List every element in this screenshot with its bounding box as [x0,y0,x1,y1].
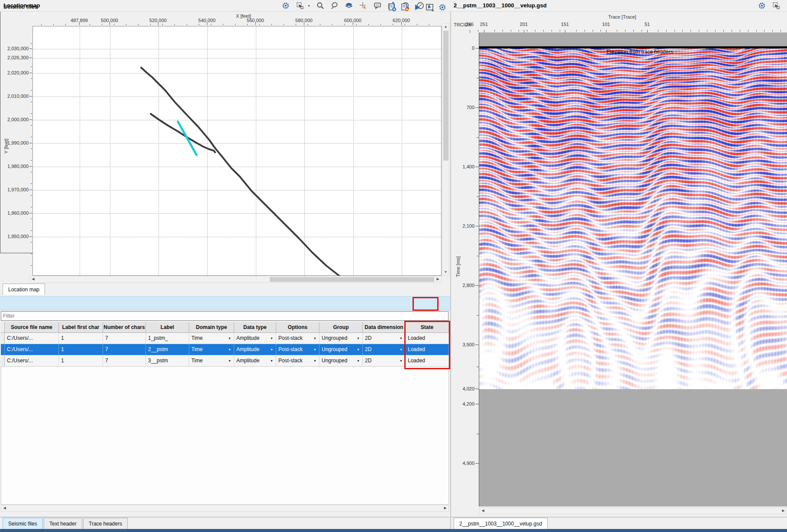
column-header-domain-type[interactable]: Domain type [189,322,234,332]
cell-dropdown-data-type[interactable]: Amplitude▼ [234,344,276,355]
x-axis-minor-tick [102,24,102,25]
scroll-right-icon[interactable]: ▶ [442,505,448,511]
filter-input[interactable] [1,311,448,321]
scroll-right-icon[interactable]: ▶ [780,508,787,514]
map-vertical-scrollbar[interactable]: ▲ ▼ [442,23,449,276]
column-header-data-type[interactable]: Data type [234,322,276,332]
cell-dropdown-options[interactable]: Post-stack▼ [276,333,319,344]
tab-text-header[interactable]: Text header [44,518,82,529]
add-file-icon[interactable] [388,3,397,12]
dropdown-caret-icon[interactable]: ▼ [313,344,316,355]
x-axis-tick [110,23,110,25]
column-header-source-file-name[interactable]: Source file name [5,322,59,332]
table-row[interactable]: C:/Users/...171_pstm_Time▼Amplitude▼Post… [1,333,449,344]
dropdown-caret-icon[interactable]: ▼ [400,355,403,366]
cell-dropdown-domain-type[interactable]: Time▼ [189,355,234,366]
dropdown-caret-icon[interactable]: ▼ [270,333,273,344]
dropdown-caret-icon[interactable]: ▼ [270,344,273,355]
lasso-icon[interactable] [330,1,339,10]
tab-location-map[interactable]: Location map [3,284,45,295]
dropdown-caret-icon[interactable]: ▼ [400,333,403,344]
select-mode-icon[interactable] [772,1,781,10]
layers-icon[interactable] [345,1,353,10]
dropdown-caret-icon[interactable]: ▼ [307,4,310,7]
selected-line-highlight[interactable] [178,122,197,155]
dropdown-caret-icon[interactable]: ▼ [228,344,231,355]
dropdown-caret-icon[interactable]: ▼ [228,355,231,366]
trace-minor-tick [576,30,577,32]
cell-dropdown-options[interactable]: Post-stack▼ [276,344,319,355]
column-header-data-dimension[interactable]: Data dimension [363,322,406,332]
load-display-icon[interactable] [426,3,434,12]
dropdown-caret-icon[interactable]: ▼ [270,355,273,366]
settings-gear-icon[interactable] [758,1,766,10]
cell-dropdown-domain-type[interactable]: Time▼ [189,333,234,344]
cell-dropdown-data-dimension[interactable]: 2D▼ [363,344,406,355]
x-axis-minor-tick [381,24,381,25]
map-hscroll-thumb[interactable] [270,277,434,282]
cell-dropdown-domain-type[interactable]: Time▼ [189,344,234,355]
dropdown-caret-icon[interactable]: ▼ [313,355,316,366]
scroll-left-icon[interactable]: ◀ [1,505,8,511]
column-header-number-of-chars[interactable]: Number of chars [103,322,146,332]
scroll-left-icon[interactable]: ◀ [480,508,486,514]
tab-seismic-files[interactable]: Seismic files [3,518,43,529]
column-header-options[interactable]: Options [276,322,319,332]
row-gutter[interactable] [1,333,5,344]
row-gutter[interactable] [1,355,5,366]
settings-gear-icon[interactable] [438,3,447,12]
table-corner [1,322,5,332]
scroll-down-icon[interactable]: ▼ [442,269,449,275]
zoom-search-icon[interactable] [316,1,325,10]
row-gutter[interactable] [1,344,5,355]
scroll-right-icon[interactable]: ▶ [435,276,441,282]
x-axis-tick [79,23,80,25]
column-header-group[interactable]: Group [319,322,363,332]
select-mode-icon[interactable] [296,1,304,10]
cell-dropdown-data-type[interactable]: Amplitude▼ [234,333,276,344]
tab-seismic-dataset[interactable]: 2__pstm__1003__1000__velup.gsd [454,518,548,529]
cell-dropdown-data-dimension[interactable]: 2D▼ [363,333,406,344]
map-vscroll-thumb[interactable] [443,31,448,161]
trace-minor-tick [519,30,519,32]
table-row[interactable]: C:/Users/...173__pstmTime▼Amplitude▼Post… [1,355,449,367]
dropdown-caret-icon[interactable]: ▼ [313,333,316,344]
dropdown-caret-icon[interactable]: ▼ [357,355,360,366]
remove-file-icon[interactable] [400,3,409,12]
panel-divider[interactable] [450,11,451,532]
cell-dropdown-data-type[interactable]: Amplitude▼ [234,355,276,366]
seismic-files-toolbar [388,1,447,13]
dropdown-caret-icon[interactable]: ▼ [357,344,360,355]
window-bottom-edge [0,529,787,532]
seismic-line-b[interactable] [151,114,215,152]
dropdown-caret-icon[interactable]: ▼ [357,333,360,344]
cell-dropdown-group[interactable]: Ungrouped▼ [319,344,363,355]
cell-dropdown-group[interactable]: Ungrouped▼ [319,355,363,366]
table-row[interactable]: C:/Users/...172__pstmTime▼Amplitude▼Post… [1,344,449,355]
comment-icon[interactable] [373,1,382,10]
seismic-horizontal-scrollbar[interactable]: ◀ ▶ [479,507,787,514]
settings-gear-icon[interactable] [281,1,290,10]
y-axis-minor-tick [31,160,32,161]
location-map-plot[interactable] [32,26,442,276]
scroll-left-icon[interactable]: ◀ [30,276,36,282]
x-axis-minor-tick [271,24,272,25]
seismic-section-view[interactable] [479,32,787,506]
cell-dropdown-data-dimension[interactable]: 2D▼ [363,355,406,366]
dropdown-caret-icon[interactable]: ▼ [400,344,403,355]
y-axis-minor-tick [31,254,32,254]
move-crosshair-icon[interactable] [359,1,368,10]
load-play-icon[interactable] [413,3,422,12]
column-header-label[interactable]: Label [146,322,189,332]
table-horizontal-scrollbar[interactable]: ◀ ▶ [1,505,449,512]
column-header-state[interactable]: State [406,322,449,332]
seismic-line-a[interactable] [141,68,342,276]
time-tick [475,389,479,389]
tab-trace-headers[interactable]: Trace headers [83,518,128,529]
column-header-label-first-char[interactable]: Label first char [59,322,103,332]
cell-dropdown-group[interactable]: Ungrouped▼ [319,333,363,344]
dropdown-caret-icon[interactable]: ▼ [228,333,231,344]
map-horizontal-scrollbar[interactable]: ◀ ▶ [29,276,442,283]
scroll-up-icon[interactable]: ▲ [442,24,449,30]
cell-dropdown-options[interactable]: Post-stack▼ [276,355,319,366]
